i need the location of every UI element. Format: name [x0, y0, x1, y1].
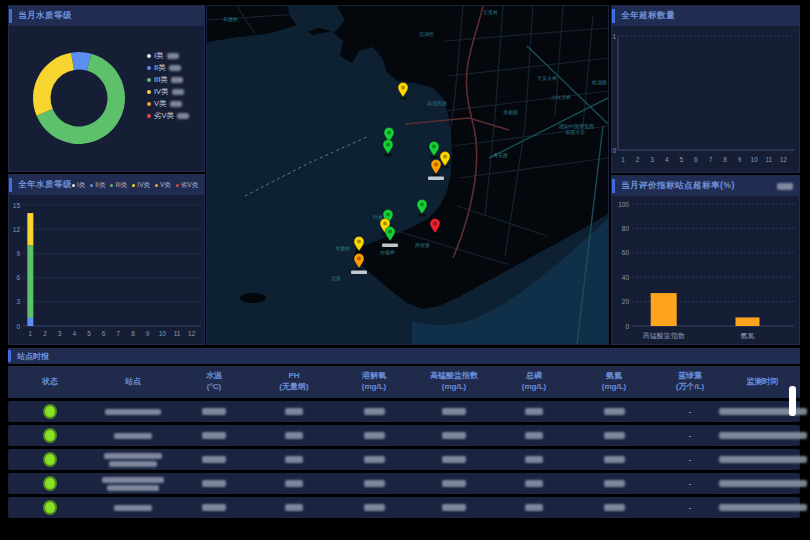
scrollbar-thumb[interactable] — [789, 386, 796, 416]
col-unit: (万个/L) — [676, 382, 704, 393]
pin-caption-redacted — [428, 177, 444, 181]
cell-总磷 — [494, 408, 574, 415]
panel-year-exceed: 全年超标数量 10123456789101112 — [611, 5, 800, 173]
status-dot — [43, 500, 57, 515]
legend-item-劣V类[interactable]: 劣V类 — [147, 112, 189, 120]
value-redacted — [442, 432, 466, 439]
panel-month-quality: 当月水质等级 I类II类III类IV类V类劣V类 — [8, 5, 205, 172]
year-stacked-bar-chart: 03691215123456789101112 — [9, 195, 205, 345]
monitor-time-redacted — [719, 480, 807, 487]
cell-水温 — [174, 456, 254, 463]
cell-总磷 — [494, 504, 574, 511]
col-unit: (无量纲) — [279, 382, 308, 393]
legend-label: I类 — [77, 181, 85, 190]
legend-item-V类[interactable]: V类 — [147, 100, 189, 108]
map-canvas[interactable]: 石塘村滨湖区五星村天安大桥机场路小白洋桥吴都路高浪西路寿安路感知中国博览园东南大… — [207, 6, 608, 344]
donut-slice-IV类 — [33, 53, 74, 116]
cell-状态 — [8, 476, 92, 491]
chlorophyll-value: - — [689, 431, 692, 441]
value-redacted — [364, 432, 385, 439]
cell-蓝绿藻: - — [654, 431, 726, 441]
svg-text:10: 10 — [751, 156, 759, 163]
legend-item-III类[interactable]: III类 — [147, 76, 189, 84]
col-label: 监测时间 — [747, 377, 779, 388]
chlorophyll-value: - — [689, 455, 692, 465]
svg-text:1: 1 — [29, 330, 33, 337]
rate-corner-badge-redacted[interactable] — [777, 183, 793, 190]
cell-站点 — [92, 453, 174, 467]
svg-text:12: 12 — [780, 156, 788, 163]
legend-value-redacted — [172, 89, 184, 95]
month-rate-bar-chart: 020406080100高锰酸盐指数氨氮 — [612, 196, 799, 345]
value-redacted — [202, 432, 226, 439]
year-legend-item-II类[interactable]: II类 — [90, 181, 105, 190]
table-header-row: 状态站点水温(°C)PH(无量纲)溶解氧(mg/L)高锰酸盐指数(mg/L)总磷… — [8, 366, 800, 398]
cell-PH — [254, 408, 334, 415]
legend-value-redacted — [167, 53, 179, 59]
svg-text:3: 3 — [16, 298, 20, 305]
table-section-header: 站点时报 — [8, 348, 800, 364]
table-row-5[interactable]: - — [8, 497, 800, 518]
col-unit: (mg/L) — [602, 382, 626, 393]
cell-氨氮 — [574, 504, 654, 511]
year-legend-item-IV类[interactable]: IV类 — [132, 181, 150, 190]
legend-item-I类[interactable]: I类 — [147, 52, 189, 60]
table-row-2[interactable]: - — [8, 425, 800, 446]
col-label: 状态 — [42, 377, 58, 388]
legend-dot — [176, 184, 179, 187]
cell-高锰酸盐指数 — [414, 480, 494, 487]
svg-text:11: 11 — [765, 156, 772, 163]
year-legend-item-V类[interactable]: V类 — [155, 181, 171, 190]
col-label: PH — [288, 371, 299, 382]
table-row-4[interactable]: - — [8, 473, 800, 494]
col-unit: (mg/L) — [362, 382, 386, 393]
legend-dot — [155, 184, 158, 187]
legend-label: II类 — [95, 181, 105, 190]
cell-状态 — [8, 428, 92, 443]
table-row-3[interactable]: - — [8, 449, 800, 470]
panel-year-exceed-header: 全年超标数量 — [612, 6, 799, 26]
col-header-高锰酸盐指数: 高锰酸盐指数(mg/L) — [414, 371, 494, 393]
legend-item-II类[interactable]: II类 — [147, 64, 189, 72]
station-name-redacted — [114, 433, 152, 439]
legend-item-IV类[interactable]: IV类 — [147, 88, 189, 96]
legend-dot — [147, 66, 151, 70]
map[interactable]: 石塘村滨湖区五星村天安大桥机场路小白洋桥吴都路高浪西路寿安路感知中国博览园东南大… — [206, 5, 609, 345]
year-legend-item-劣V类[interactable]: 劣V类 — [176, 181, 198, 190]
cell-站点 — [92, 477, 174, 491]
legend-label: I类 — [154, 51, 164, 61]
panel-month-quality-header: 当月水质等级 — [9, 6, 204, 26]
svg-text:0: 0 — [625, 323, 629, 330]
year-legend-item-I类[interactable]: I类 — [72, 181, 85, 190]
cell-蓝绿藻: - — [654, 407, 726, 417]
value-redacted — [604, 456, 625, 463]
value-redacted — [442, 504, 466, 511]
panel-accent — [612, 9, 615, 23]
col-header-监测时间: 监测时间 — [726, 377, 799, 388]
monitor-time-redacted — [719, 432, 807, 439]
col-unit: (mg/L) — [442, 382, 466, 393]
legend-label: II类 — [154, 63, 166, 73]
cell-水温 — [174, 504, 254, 511]
table-row-1[interactable]: - — [8, 401, 800, 422]
value-redacted — [364, 456, 385, 463]
value-redacted — [442, 408, 466, 415]
cell-氨氮 — [574, 456, 654, 463]
cell-总磷 — [494, 432, 574, 439]
svg-text:7: 7 — [117, 330, 121, 337]
svg-text:11: 11 — [174, 330, 181, 337]
cell-站点 — [92, 409, 174, 415]
year-legend-item-III类[interactable]: III类 — [110, 181, 127, 190]
cell-高锰酸盐指数 — [414, 504, 494, 511]
map-label: 天安大桥 — [537, 75, 557, 81]
map-label: 高浪西路 — [427, 100, 447, 107]
svg-text:氨氮: 氨氮 — [741, 332, 755, 340]
legend-value-redacted — [171, 77, 183, 83]
legend-label: IV类 — [137, 181, 150, 190]
value-redacted — [285, 480, 303, 487]
panel-month-rate-header: 当月评价指标站点超标率(%) — [612, 176, 799, 196]
year-exceed-chart: 10123456789101112 — [612, 26, 799, 173]
panel-month-quality-title: 当月水质等级 — [18, 10, 72, 22]
table-body: ----- — [8, 401, 800, 518]
legend-label: V类 — [160, 181, 171, 190]
